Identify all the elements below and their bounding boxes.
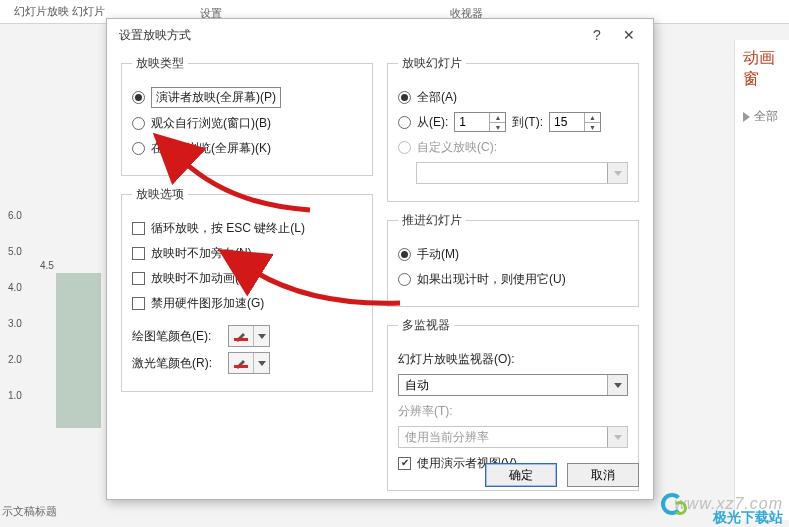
spin-up-icon[interactable]: ▲ [585, 113, 600, 123]
show-options-legend: 放映选项 [132, 186, 188, 203]
show-type-group: 放映类型 演讲者放映(全屏幕)(P) 观众自行浏览(窗口)(B) 在展台浏览(全… [121, 55, 373, 176]
radio-manual-label[interactable]: 手动(M) [417, 246, 459, 263]
show-slides-legend: 放映幻灯片 [398, 55, 466, 72]
check-disable-hw-accel-label[interactable]: 禁用硬件图形加速(G) [151, 295, 264, 312]
resolution-combo: 使用当前分辨率 [398, 426, 628, 448]
animation-play-all[interactable]: 全部 [735, 108, 789, 125]
spin-down-icon[interactable]: ▼ [585, 123, 600, 132]
radio-browsed-individual[interactable] [132, 117, 145, 130]
check-loop[interactable] [132, 222, 145, 235]
dialog-titlebar: 设置放映方式 ? ✕ [107, 19, 653, 51]
show-slides-group: 放映幻灯片 全部(A) 从(E): ▲▼ 到(T): ▲▼ [387, 55, 639, 202]
advance-slides-group: 推进幻灯片 手动(M) 如果出现计时，则使用它(U) [387, 212, 639, 307]
radio-browsed-individual-label[interactable]: 观众自行浏览(窗口)(B) [151, 115, 271, 132]
laser-color-label: 激光笔颜色(R): [132, 355, 222, 372]
animation-pane: 动画窗 全部 [734, 40, 789, 520]
radio-use-timings-label[interactable]: 如果出现计时，则使用它(U) [417, 271, 566, 288]
from-label: 从(E): [417, 114, 448, 131]
pen-icon [229, 328, 253, 344]
show-type-legend: 放映类型 [132, 55, 188, 72]
check-no-animation[interactable] [132, 272, 145, 285]
chevron-down-icon [253, 326, 269, 346]
check-no-animation-label[interactable]: 放映时不加动画(S) [151, 270, 251, 287]
monitors-legend: 多监视器 [398, 317, 454, 334]
radio-custom-show [398, 141, 411, 154]
radio-use-timings[interactable] [398, 273, 411, 286]
spin-down-icon[interactable]: ▼ [490, 123, 505, 132]
set-up-show-dialog: 设置放映方式 ? ✕ 放映类型 演讲者放映(全屏幕)(P) 观众自行浏览(窗口)… [106, 18, 654, 500]
show-options-group: 放映选项 循环放映，按 ESC 键终止(L) 放映时不加旁白(N) 放映时不加动… [121, 186, 373, 392]
monitor-label: 幻灯片放映监视器(O): [398, 351, 515, 368]
background-chart: 6.0 5.0 4.0 3.0 2.0 1.0 4.5 [0, 210, 110, 430]
ok-button[interactable]: 确定 [485, 463, 557, 487]
check-no-narration[interactable] [132, 247, 145, 260]
to-label: 到(T): [512, 114, 543, 131]
slide-title-footer: 示文稿标题 [2, 504, 57, 519]
cancel-button[interactable]: 取消 [567, 463, 639, 487]
chart-bar [56, 273, 101, 428]
check-no-narration-label[interactable]: 放映时不加旁白(N) [151, 245, 252, 262]
radio-all-slides[interactable] [398, 91, 411, 104]
resolution-label: 分辨率(T): [398, 403, 453, 420]
chevron-down-icon [607, 375, 627, 395]
watermark-brand: 极光下载站 [713, 509, 783, 527]
animation-pane-title: 动画窗 [735, 48, 789, 90]
from-input[interactable]: ▲▼ [454, 112, 506, 132]
check-presenter-view[interactable] [398, 457, 411, 470]
dialog-title-text: 设置放映方式 [119, 27, 191, 44]
to-input[interactable]: ▲▼ [549, 112, 601, 132]
radio-custom-show-label: 自定义放映(C): [417, 139, 497, 156]
play-icon [743, 112, 750, 122]
radio-from-to[interactable] [398, 116, 411, 129]
radio-manual[interactable] [398, 248, 411, 261]
dialog-close-button[interactable]: ✕ [613, 27, 645, 43]
ribbon-group-slideshow: 幻灯片放映 幻灯片 [0, 0, 105, 19]
radio-kiosk-label[interactable]: 在展台浏览(全屏幕)(K) [151, 140, 271, 157]
check-disable-hw-accel[interactable] [132, 297, 145, 310]
custom-show-combo [416, 162, 628, 184]
spin-up-icon[interactable]: ▲ [490, 113, 505, 123]
pen-color-label: 绘图笔颜色(E): [132, 328, 222, 345]
monitor-combo[interactable]: 自动 [398, 374, 628, 396]
dialog-help-button[interactable]: ? [581, 27, 613, 43]
laser-icon [229, 355, 253, 371]
radio-presenter[interactable] [132, 91, 145, 104]
watermark-logo-icon [657, 489, 691, 523]
pen-color-picker[interactable] [228, 325, 270, 347]
chevron-down-icon [607, 163, 627, 183]
check-loop-label[interactable]: 循环放映，按 ESC 键终止(L) [151, 220, 305, 237]
radio-presenter-label[interactable]: 演讲者放映(全屏幕)(P) [151, 87, 281, 108]
radio-kiosk[interactable] [132, 142, 145, 155]
chevron-down-icon [607, 427, 627, 447]
laser-color-picker[interactable] [228, 352, 270, 374]
radio-all-slides-label[interactable]: 全部(A) [417, 89, 457, 106]
chevron-down-icon [253, 353, 269, 373]
advance-slides-legend: 推进幻灯片 [398, 212, 466, 229]
